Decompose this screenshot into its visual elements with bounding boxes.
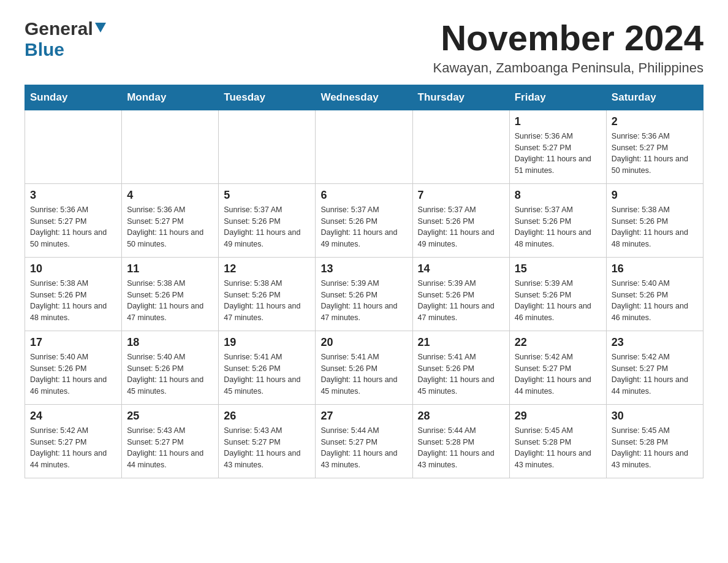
day-info: Sunrise: 5:37 AM Sunset: 5:26 PM Dayligh…: [320, 204, 407, 250]
title-section: November 2024 Kawayan, Zamboanga Peninsu…: [433, 18, 703, 76]
day-info: Sunrise: 5:38 AM Sunset: 5:26 PM Dayligh…: [30, 278, 116, 324]
day-number: 9: [612, 189, 698, 202]
calendar-cell: 3Sunrise: 5:36 AM Sunset: 5:27 PM Daylig…: [25, 183, 122, 257]
day-number: 22: [515, 336, 601, 349]
svg-marker-0: [95, 23, 106, 33]
day-info: Sunrise: 5:42 AM Sunset: 5:27 PM Dayligh…: [612, 351, 698, 397]
day-info: Sunrise: 5:38 AM Sunset: 5:26 PM Dayligh…: [127, 278, 213, 324]
calendar-cell: 29Sunrise: 5:45 AM Sunset: 5:28 PM Dayli…: [509, 404, 606, 478]
calendar-cell: 11Sunrise: 5:38 AM Sunset: 5:26 PM Dayli…: [122, 257, 219, 331]
day-number: 10: [30, 262, 116, 275]
calendar-cell: [219, 110, 316, 183]
day-info: Sunrise: 5:37 AM Sunset: 5:26 PM Dayligh…: [224, 204, 310, 250]
day-number: 23: [612, 336, 698, 349]
calendar-cell: 20Sunrise: 5:41 AM Sunset: 5:26 PM Dayli…: [316, 331, 412, 404]
calendar-cell: 18Sunrise: 5:40 AM Sunset: 5:26 PM Dayli…: [122, 331, 219, 404]
day-number: 19: [224, 336, 310, 349]
day-info: Sunrise: 5:45 AM Sunset: 5:28 PM Dayligh…: [515, 425, 601, 471]
calendar-body: 1Sunrise: 5:36 AM Sunset: 5:27 PM Daylig…: [25, 110, 703, 478]
day-number: 16: [612, 262, 698, 275]
day-number: 26: [224, 410, 310, 423]
header-day-tuesday: Tuesday: [219, 85, 316, 110]
day-number: 29: [515, 410, 601, 423]
day-number: 1: [515, 115, 601, 128]
header-day-wednesday: Wednesday: [316, 85, 412, 110]
day-info: Sunrise: 5:37 AM Sunset: 5:26 PM Dayligh…: [418, 204, 504, 250]
day-number: 14: [418, 262, 504, 275]
calendar-cell: 1Sunrise: 5:36 AM Sunset: 5:27 PM Daylig…: [509, 110, 606, 183]
logo-general-text: General: [25, 18, 93, 39]
calendar-cell: 8Sunrise: 5:37 AM Sunset: 5:26 PM Daylig…: [509, 183, 606, 257]
day-info: Sunrise: 5:41 AM Sunset: 5:26 PM Dayligh…: [224, 351, 310, 397]
calendar-cell: 24Sunrise: 5:42 AM Sunset: 5:27 PM Dayli…: [25, 404, 122, 478]
header-day-saturday: Saturday: [606, 85, 703, 110]
calendar-cell: 28Sunrise: 5:44 AM Sunset: 5:28 PM Dayli…: [412, 404, 509, 478]
day-info: Sunrise: 5:40 AM Sunset: 5:26 PM Dayligh…: [127, 351, 213, 397]
day-info: Sunrise: 5:36 AM Sunset: 5:27 PM Dayligh…: [127, 204, 213, 250]
day-info: Sunrise: 5:41 AM Sunset: 5:26 PM Dayligh…: [418, 351, 504, 397]
calendar-week-5: 24Sunrise: 5:42 AM Sunset: 5:27 PM Dayli…: [25, 404, 703, 478]
day-number: 21: [418, 336, 504, 349]
logo-blue-text: Blue: [25, 39, 64, 59]
calendar-cell: 12Sunrise: 5:38 AM Sunset: 5:26 PM Dayli…: [219, 257, 316, 331]
calendar-cell: 9Sunrise: 5:38 AM Sunset: 5:26 PM Daylig…: [606, 183, 703, 257]
day-number: 20: [320, 336, 407, 349]
day-number: 15: [515, 262, 601, 275]
calendar-cell: 23Sunrise: 5:42 AM Sunset: 5:27 PM Dayli…: [606, 331, 703, 404]
calendar-cell: 5Sunrise: 5:37 AM Sunset: 5:26 PM Daylig…: [219, 183, 316, 257]
day-info: Sunrise: 5:45 AM Sunset: 5:28 PM Dayligh…: [612, 425, 698, 471]
day-number: 13: [320, 262, 407, 275]
day-info: Sunrise: 5:43 AM Sunset: 5:27 PM Dayligh…: [127, 425, 213, 471]
calendar-week-1: 1Sunrise: 5:36 AM Sunset: 5:27 PM Daylig…: [25, 110, 703, 183]
calendar-cell: [316, 110, 412, 183]
calendar-cell: 21Sunrise: 5:41 AM Sunset: 5:26 PM Dayli…: [412, 331, 509, 404]
day-info: Sunrise: 5:36 AM Sunset: 5:27 PM Dayligh…: [30, 204, 116, 250]
logo-triangle-icon: [95, 23, 106, 36]
day-info: Sunrise: 5:42 AM Sunset: 5:27 PM Dayligh…: [515, 351, 601, 397]
day-info: Sunrise: 5:41 AM Sunset: 5:26 PM Dayligh…: [320, 351, 407, 397]
calendar-week-4: 17Sunrise: 5:40 AM Sunset: 5:26 PM Dayli…: [25, 331, 703, 404]
calendar-cell: 2Sunrise: 5:36 AM Sunset: 5:27 PM Daylig…: [606, 110, 703, 183]
day-number: 30: [612, 410, 698, 423]
calendar-week-3: 10Sunrise: 5:38 AM Sunset: 5:26 PM Dayli…: [25, 257, 703, 331]
logo: General Blue: [25, 18, 106, 60]
calendar-cell: 7Sunrise: 5:37 AM Sunset: 5:26 PM Daylig…: [412, 183, 509, 257]
calendar-cell: 4Sunrise: 5:36 AM Sunset: 5:27 PM Daylig…: [122, 183, 219, 257]
day-info: Sunrise: 5:40 AM Sunset: 5:26 PM Dayligh…: [612, 278, 698, 324]
day-number: 17: [30, 336, 116, 349]
calendar-cell: 19Sunrise: 5:41 AM Sunset: 5:26 PM Dayli…: [219, 331, 316, 404]
calendar-cell: [122, 110, 219, 183]
calendar-cell: 15Sunrise: 5:39 AM Sunset: 5:26 PM Dayli…: [509, 257, 606, 331]
calendar-table: SundayMondayTuesdayWednesdayThursdayFrid…: [25, 85, 703, 478]
day-number: 3: [30, 189, 116, 202]
calendar-cell: [25, 110, 122, 183]
day-number: 12: [224, 262, 310, 275]
calendar-cell: 10Sunrise: 5:38 AM Sunset: 5:26 PM Dayli…: [25, 257, 122, 331]
day-info: Sunrise: 5:36 AM Sunset: 5:27 PM Dayligh…: [515, 131, 601, 177]
day-info: Sunrise: 5:38 AM Sunset: 5:26 PM Dayligh…: [224, 278, 310, 324]
day-number: 8: [515, 189, 601, 202]
calendar-cell: 17Sunrise: 5:40 AM Sunset: 5:26 PM Dayli…: [25, 331, 122, 404]
day-number: 7: [418, 189, 504, 202]
calendar-cell: 16Sunrise: 5:40 AM Sunset: 5:26 PM Dayli…: [606, 257, 703, 331]
day-info: Sunrise: 5:44 AM Sunset: 5:27 PM Dayligh…: [320, 425, 407, 471]
day-info: Sunrise: 5:40 AM Sunset: 5:26 PM Dayligh…: [30, 351, 116, 397]
calendar-cell: 30Sunrise: 5:45 AM Sunset: 5:28 PM Dayli…: [606, 404, 703, 478]
header-day-sunday: Sunday: [25, 85, 122, 110]
day-info: Sunrise: 5:43 AM Sunset: 5:27 PM Dayligh…: [224, 425, 310, 471]
day-info: Sunrise: 5:38 AM Sunset: 5:26 PM Dayligh…: [612, 204, 698, 250]
calendar-cell: 14Sunrise: 5:39 AM Sunset: 5:26 PM Dayli…: [412, 257, 509, 331]
calendar-week-2: 3Sunrise: 5:36 AM Sunset: 5:27 PM Daylig…: [25, 183, 703, 257]
header-day-friday: Friday: [509, 85, 606, 110]
calendar-cell: 25Sunrise: 5:43 AM Sunset: 5:27 PM Dayli…: [122, 404, 219, 478]
calendar-cell: [412, 110, 509, 183]
day-info: Sunrise: 5:37 AM Sunset: 5:26 PM Dayligh…: [515, 204, 601, 250]
day-info: Sunrise: 5:44 AM Sunset: 5:28 PM Dayligh…: [418, 425, 504, 471]
calendar-cell: 22Sunrise: 5:42 AM Sunset: 5:27 PM Dayli…: [509, 331, 606, 404]
calendar-cell: 6Sunrise: 5:37 AM Sunset: 5:26 PM Daylig…: [316, 183, 412, 257]
day-info: Sunrise: 5:36 AM Sunset: 5:27 PM Dayligh…: [612, 131, 698, 177]
page-header: General Blue November 2024 Kawayan, Zamb…: [25, 18, 703, 76]
calendar-cell: 27Sunrise: 5:44 AM Sunset: 5:27 PM Dayli…: [316, 404, 412, 478]
day-number: 27: [320, 410, 407, 423]
header-day-thursday: Thursday: [412, 85, 509, 110]
